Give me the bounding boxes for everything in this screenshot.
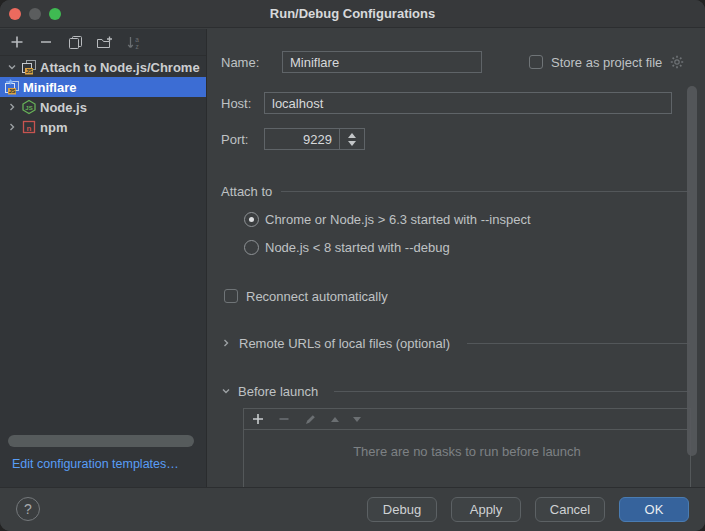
svg-text:n: n <box>27 124 32 133</box>
attach-config-icon: JS <box>4 79 20 95</box>
tree-item-nodejs[interactable]: JS Node.js <box>0 97 206 117</box>
chevron-down-icon[interactable] <box>221 386 231 396</box>
store-as-project-file-checkbox[interactable] <box>529 55 543 69</box>
tree-item-miniflare[interactable]: JS Miniflare <box>0 77 206 97</box>
name-value: Miniflare <box>290 55 339 70</box>
port-value: 9229 <box>303 132 332 147</box>
tree-item-label: Attach to Node.js/Chrome <box>40 60 200 75</box>
tree-item-label: npm <box>40 120 67 135</box>
name-label: Name: <box>221 55 259 70</box>
host-input[interactable]: localhost <box>264 92 672 114</box>
reconnect-checkbox[interactable] <box>224 289 238 303</box>
svg-text:JS: JS <box>9 88 16 94</box>
svg-text:z: z <box>135 42 138 49</box>
radio-inspect[interactable]: Chrome or Node.js > 6.3 started with --i… <box>244 210 531 228</box>
sort-alphabetically-icon[interactable]: az <box>124 33 142 51</box>
stepper-up-icon[interactable] <box>348 133 356 138</box>
radio-inspect-label: Chrome or Node.js > 6.3 started with --i… <box>265 212 531 227</box>
chevron-right-icon[interactable] <box>221 338 231 348</box>
attach-to-title: Attach to <box>221 184 272 199</box>
chevron-right-icon[interactable] <box>7 122 17 132</box>
store-as-project-file-label: Store as project file <box>551 55 662 70</box>
attach-nodejs-chrome-icon: JS <box>21 59 37 75</box>
before-launch-title: Before launch <box>238 384 318 399</box>
svg-text:JS: JS <box>25 105 32 111</box>
apply-button[interactable]: Apply <box>451 497 521 522</box>
dialog-footer: ? Debug Apply Cancel OK <box>0 487 705 531</box>
sidebar-toolbar: az <box>0 29 206 56</box>
reconnect-label: Reconnect automatically <box>246 289 388 304</box>
chevron-right-icon[interactable] <box>7 102 17 112</box>
chevron-down-icon[interactable] <box>7 62 17 72</box>
tree-item-label: Node.js <box>40 100 87 115</box>
port-stepper[interactable] <box>340 128 365 150</box>
svg-text:a: a <box>135 35 139 42</box>
titlebar: Run/Debug Configurations <box>0 0 705 28</box>
debug-button[interactable]: Debug <box>367 497 437 522</box>
radio-unselected-icon[interactable] <box>244 240 259 255</box>
radio-debug[interactable]: Node.js < 8 started with --debug <box>244 238 450 256</box>
edit-configuration-templates-link[interactable]: Edit configuration templates… <box>12 457 179 471</box>
before-launch-section[interactable]: Before launch <box>221 382 690 400</box>
copy-icon[interactable] <box>66 33 84 51</box>
add-icon[interactable] <box>8 33 26 51</box>
host-label: Host: <box>221 96 251 111</box>
store-as-project-file-row: Store as project file <box>529 54 684 70</box>
remote-urls-section[interactable]: Remote URLs of local files (optional) <box>221 334 690 352</box>
horizontal-scrollbar[interactable] <box>8 435 194 447</box>
attach-to-section: Attach to <box>221 181 690 201</box>
tree-item-npm[interactable]: n npm <box>0 117 206 137</box>
section-rule <box>334 391 690 392</box>
help-icon[interactable]: ? <box>16 497 40 521</box>
edit-icon[interactable] <box>304 413 317 426</box>
move-up-icon[interactable] <box>331 417 339 422</box>
run-debug-configurations-dialog: Run/Debug Configurations az <box>0 0 705 531</box>
configurations-sidebar: az JS Attach to Node.js/Chrome JS <box>0 29 207 487</box>
configurations-tree: JS Attach to Node.js/Chrome JS Miniflare <box>0 57 206 137</box>
nodejs-icon: JS <box>21 99 37 115</box>
before-launch-toolbar <box>244 409 690 430</box>
ok-button[interactable]: OK <box>619 497 689 522</box>
new-folder-icon[interactable] <box>95 33 113 51</box>
cancel-button[interactable]: Cancel <box>535 497 605 522</box>
port-row: Port: <box>221 128 248 150</box>
move-down-icon[interactable] <box>353 417 361 422</box>
name-row: Name: <box>221 51 259 73</box>
section-rule <box>467 343 690 344</box>
before-launch-panel: There are no tasks to run before launch <box>243 408 691 487</box>
before-launch-empty-text: There are no tasks to run before launch <box>244 444 690 459</box>
radio-selected-icon[interactable] <box>244 212 259 227</box>
host-row: Host: <box>221 92 251 114</box>
stepper-down-icon[interactable] <box>348 141 356 146</box>
radio-debug-label: Node.js < 8 started with --debug <box>265 240 450 255</box>
add-icon[interactable] <box>252 413 264 425</box>
tree-item-attach-to-nodejs-chrome[interactable]: JS Attach to Node.js/Chrome <box>0 57 206 77</box>
reconnect-row[interactable]: Reconnect automatically <box>224 287 388 305</box>
svg-text:JS: JS <box>26 68 33 74</box>
section-rule <box>281 191 690 192</box>
configuration-form: Name: Miniflare Store as project file Ho… <box>207 29 705 487</box>
tree-item-label: Miniflare <box>23 80 76 95</box>
port-input[interactable]: 9229 <box>264 128 340 150</box>
host-value: localhost <box>272 96 323 111</box>
name-input[interactable]: Miniflare <box>282 51 482 73</box>
gear-icon[interactable] <box>670 55 684 69</box>
port-label: Port: <box>221 132 248 147</box>
remote-urls-title: Remote URLs of local files (optional) <box>239 336 450 351</box>
dialog-title: Run/Debug Configurations <box>0 0 705 28</box>
npm-icon: n <box>21 119 37 135</box>
vertical-scrollbar[interactable] <box>687 86 697 456</box>
remove-icon[interactable] <box>278 413 290 425</box>
remove-icon[interactable] <box>37 33 55 51</box>
